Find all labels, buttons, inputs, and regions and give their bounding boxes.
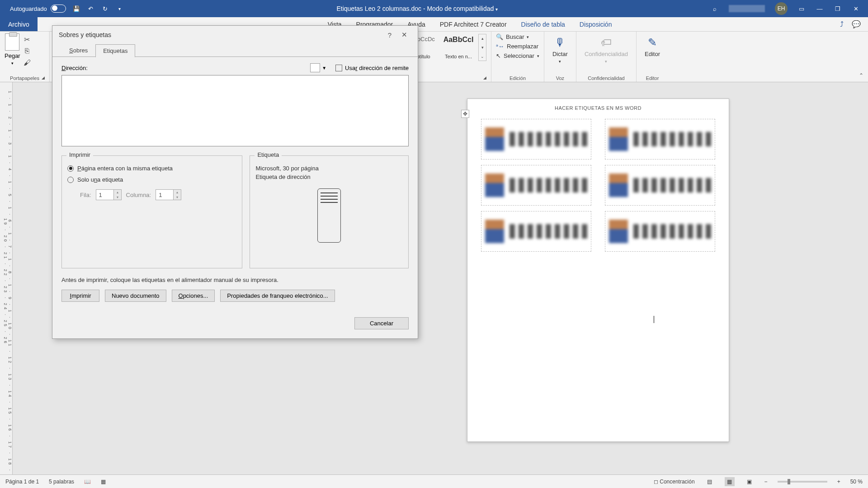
reemplazar-button[interactable]: ᵃ↔Reemplazar bbox=[496, 43, 539, 50]
style-item[interactable]: AaBbCcITexto en n... bbox=[440, 33, 476, 61]
franqueo-button[interactable]: Propiedades de franqueo electrónico... bbox=[220, 290, 335, 302]
status-page[interactable]: Página 1 de 1 bbox=[5, 479, 39, 485]
replace-icon: ᵃ↔ bbox=[496, 43, 504, 50]
view-print-icon[interactable]: ▦ bbox=[725, 477, 735, 486]
copy-icon[interactable]: ⎘ bbox=[23, 47, 31, 55]
cancelar-button[interactable]: Cancelar bbox=[354, 317, 409, 329]
label-cell[interactable] bbox=[481, 211, 591, 252]
direccion-textarea[interactable] bbox=[61, 75, 409, 146]
radio-icon[interactable] bbox=[67, 165, 74, 172]
vertical-ruler[interactable]: 1 · 1 · 2 · 1 · 3 · 1 · 4 · 1 · 5 · 1 · … bbox=[0, 82, 13, 474]
status-proofing-icon[interactable]: 📖 bbox=[84, 479, 91, 485]
columna-spinner[interactable]: ▴▾ bbox=[156, 189, 181, 200]
group-editor-label: Editor bbox=[641, 75, 664, 81]
seleccionar-button[interactable]: ↖Seleccionar ▾ bbox=[496, 52, 539, 59]
editor-icon: ✎ bbox=[648, 36, 657, 49]
comments-icon[interactable]: 💬 bbox=[852, 20, 861, 28]
maximize-icon[interactable]: ❐ bbox=[834, 5, 842, 13]
zoom-slider[interactable] bbox=[778, 481, 827, 483]
group-portapapeles-label: Portapapeles◢ bbox=[5, 75, 45, 81]
zoom-level[interactable]: 50 % bbox=[850, 479, 863, 485]
table-move-handle-icon[interactable]: ✥ bbox=[461, 110, 469, 118]
radio-full-page[interactable]: Página entera con la misma etiquetaPágin… bbox=[67, 165, 236, 172]
launcher-icon[interactable]: ◢ bbox=[483, 75, 486, 80]
dictar-button[interactable]: 🎙Dictar▾ bbox=[549, 33, 571, 66]
radio-icon[interactable] bbox=[67, 177, 74, 183]
tab-disposicion[interactable]: Disposición bbox=[572, 17, 619, 31]
radio-single-label[interactable]: Solo una etiquetaSolo una etiqueta bbox=[67, 176, 236, 183]
tab-etiquetas[interactable]: Etiquetas bbox=[95, 44, 135, 57]
microphone-icon: 🎙 bbox=[555, 36, 566, 49]
label-cell[interactable] bbox=[605, 211, 715, 252]
address-book-icon[interactable] bbox=[310, 63, 320, 72]
close-icon[interactable]: ✕ bbox=[397, 31, 411, 39]
close-icon[interactable]: ✕ bbox=[852, 5, 860, 13]
label-cell[interactable] bbox=[481, 119, 591, 160]
buscar-button[interactable]: 🔍Buscar ▾ bbox=[496, 33, 539, 40]
columna-label: Columna: bbox=[126, 192, 151, 198]
opciones-button[interactable]: Opciones...Opciones... bbox=[172, 290, 215, 302]
etiqueta-line1: Microsoft, 30 por página bbox=[255, 165, 403, 172]
confidencialidad-button[interactable]: 🏷Confidencialidad▾ bbox=[581, 33, 632, 66]
launcher-icon[interactable]: ◢ bbox=[42, 75, 45, 80]
toggle-switch-icon[interactable] bbox=[51, 5, 66, 13]
label-preview-icon bbox=[255, 188, 403, 243]
format-painter-icon[interactable]: 🖌 bbox=[23, 59, 31, 67]
etiqueta-line2: Etiqueta de dirección bbox=[255, 174, 403, 180]
usar-remite-label: Usar dirección de remite bbox=[345, 65, 409, 71]
label-cell[interactable] bbox=[605, 165, 715, 206]
group-confidencialidad-label: Confidencialidad bbox=[581, 75, 632, 81]
styles-gallery-arrows[interactable]: ▴▾⌄ bbox=[478, 34, 486, 61]
address-dropdown-icon[interactable]: ▼ bbox=[322, 66, 326, 70]
tab-diseno-tabla[interactable]: Diseño de tabla bbox=[514, 17, 572, 31]
imprimir-button[interactable]: ImprimirImprimir bbox=[61, 290, 99, 302]
fila-spinner[interactable]: ▴▾ bbox=[96, 189, 122, 200]
undo-icon[interactable]: ↶ bbox=[87, 5, 95, 13]
minimize-icon[interactable]: — bbox=[816, 5, 824, 13]
view-read-icon[interactable]: ▤ bbox=[705, 477, 715, 486]
autoguardado-toggle[interactable]: Autoguardado bbox=[10, 5, 66, 13]
concentracion-button[interactable]: ◻ Concentración bbox=[654, 479, 695, 485]
tab-sobres[interactable]: SSobresobres bbox=[61, 44, 95, 57]
tab-archivo[interactable]: Archivo bbox=[0, 17, 38, 31]
imprimir-legend: Imprimir bbox=[66, 151, 93, 158]
save-icon[interactable]: 💾 bbox=[72, 5, 80, 13]
document-page[interactable]: ✥ HACER ETIQUETAS EN MS WORD bbox=[467, 99, 729, 442]
usar-remite-checkbox[interactable] bbox=[335, 65, 342, 71]
document-title: Etiquetas Leo 2 columnas.doc - Modo de c… bbox=[124, 5, 711, 12]
share-icon[interactable]: ⤴ bbox=[840, 20, 844, 28]
pegar-button[interactable]: Pegar ▾ bbox=[5, 33, 20, 66]
redo-icon[interactable]: ↻ bbox=[101, 5, 109, 13]
etiqueta-legend: Etiqueta bbox=[255, 151, 282, 158]
imprimir-fieldset: Imprimir Página entera con la misma etiq… bbox=[61, 155, 242, 268]
label-cell[interactable] bbox=[605, 119, 715, 160]
help-icon[interactable]: ? bbox=[382, 31, 397, 39]
etiqueta-fieldset[interactable]: Etiqueta Microsoft, 30 por página Etique… bbox=[250, 155, 409, 268]
dialog-title: Sobres y etiquetas bbox=[59, 31, 111, 38]
sobres-etiquetas-dialog: Sobres y etiquetas ? ✕ SSobresobres Etiq… bbox=[52, 25, 418, 339]
zoom-in-icon[interactable]: + bbox=[837, 479, 840, 485]
page-heading: HACER ETIQUETAS EN MS WORD bbox=[467, 99, 729, 111]
ribbon-display-icon[interactable]: ▭ bbox=[797, 5, 806, 13]
nuevo-documento-button[interactable]: Nuevo documento bbox=[105, 290, 166, 302]
clipboard-icon bbox=[5, 33, 19, 51]
lock-icon: 🏷 bbox=[601, 36, 612, 49]
status-words[interactable]: 5 palabras bbox=[49, 479, 74, 485]
select-icon: ↖ bbox=[496, 52, 501, 59]
user-avatar[interactable]: EH bbox=[775, 2, 788, 15]
user-name bbox=[729, 5, 765, 12]
tab-pdf-architect[interactable]: PDF Architect 7 Creator bbox=[433, 17, 514, 31]
status-macro-icon[interactable]: ▦ bbox=[101, 479, 106, 485]
cut-icon[interactable]: ✂ bbox=[23, 35, 31, 43]
group-edicion-label: Edición bbox=[496, 75, 539, 81]
status-bar: Página 1 de 1 5 palabras 📖 ▦ ◻ Concentra… bbox=[0, 474, 868, 488]
qat-customize-icon[interactable]: ▾ bbox=[116, 5, 124, 13]
label-cell[interactable] bbox=[481, 165, 591, 206]
editor-button[interactable]: ✎Editor bbox=[641, 33, 664, 60]
search-icon: 🔍 bbox=[496, 33, 503, 40]
view-web-icon[interactable]: ▣ bbox=[745, 477, 755, 486]
search-icon[interactable]: ⌕ bbox=[711, 5, 719, 13]
zoom-out-icon[interactable]: − bbox=[764, 479, 768, 485]
fila-label: Fila: bbox=[80, 192, 91, 198]
collapse-ribbon-icon[interactable]: ⌃ bbox=[859, 72, 863, 79]
